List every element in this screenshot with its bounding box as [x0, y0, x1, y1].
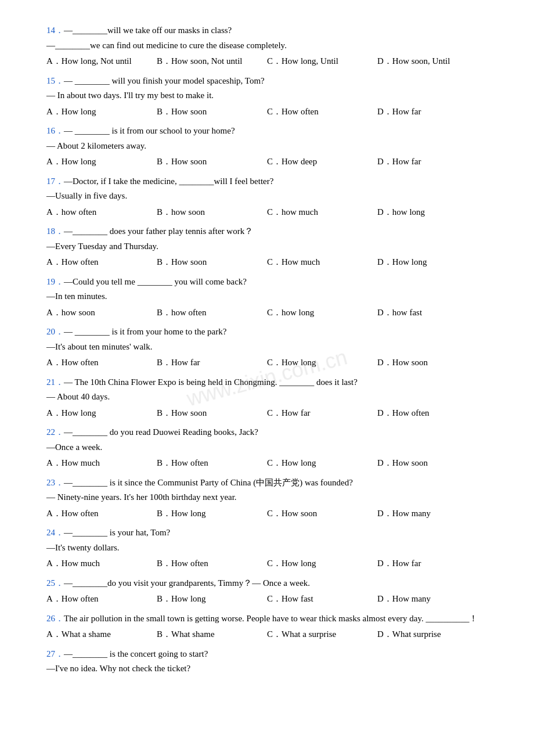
question-block-19: 19．—Could you tell me ________ you will …: [46, 275, 488, 321]
question-line-25-0: 25．—________do you visit your grandparen…: [46, 576, 488, 591]
question-line-21-1: — About 40 days.: [46, 390, 488, 405]
option-16-0: A．How long: [46, 154, 157, 170]
option-23-0: A．How often: [46, 506, 157, 521]
option-21-3: D．How often: [377, 406, 488, 421]
question-line-27-0: 27．—________ is the concert going to sta…: [46, 647, 488, 662]
question-line-23-0: 23．—________ is it since the Communist P…: [46, 476, 488, 491]
question-block-21: 21．— The 10th China Flower Expo is being…: [46, 375, 488, 421]
question-line-24-1: —It's twenty dollars.: [46, 541, 488, 556]
option-19-3: D．how fast: [377, 305, 488, 321]
option-18-2: C．How much: [267, 255, 377, 270]
question-block-16: 16．— ________ is it from our school to y…: [46, 124, 488, 170]
question-block-25: 25．—________do you visit your grandparen…: [46, 576, 488, 607]
question-block-20: 20．— ________ is it from your home to th…: [46, 325, 488, 370]
question-line-23-1: — Ninety-nine years. It's her 100th birt…: [46, 490, 488, 505]
option-19-1: B．how often: [157, 305, 267, 321]
question-number-22: 22．: [46, 427, 64, 437]
question-block-22: 22．—________ do you read Duowei Reading …: [46, 425, 488, 471]
question-number-17: 17．: [46, 177, 64, 186]
option-26-2: C．What a surprise: [267, 627, 377, 642]
question-line-15-1: — In about two days. I'll try my best to…: [46, 88, 488, 103]
option-15-2: C．How often: [267, 105, 377, 120]
question-number-20: 20．: [46, 327, 64, 336]
options-line-21: A．How longB．How soonC．How farD．How often: [46, 406, 488, 421]
options-line-24: A．How muchB．How oftenC．How longD．How far: [46, 556, 488, 571]
question-block-17: 17．—Doctor, if I take the medicine, ____…: [46, 174, 488, 220]
option-24-0: A．How much: [46, 556, 157, 571]
options-line-20: A．How oftenB．How farC．How longD．How soon: [46, 355, 488, 370]
question-number-25: 25．: [46, 578, 64, 588]
options-line-22: A．How muchB．How oftenC．How longD．How soo…: [46, 456, 488, 471]
question-number-26: 26．: [46, 614, 64, 623]
option-15-3: D．How far: [377, 105, 488, 120]
option-21-2: C．How far: [267, 406, 377, 421]
question-number-27: 27．: [46, 649, 64, 658]
question-line-18-1: —Every Tuesday and Thursday.: [46, 239, 488, 254]
question-line-18-0: 18．—________ does your father play tenni…: [46, 224, 488, 239]
option-16-2: C．How deep: [267, 154, 377, 170]
option-14-2: C．How long, Until: [267, 54, 377, 69]
question-line-20-0: 20．— ________ is it from your home to th…: [46, 325, 488, 340]
options-line-23: A．How oftenB．How longC．How soonD．How man…: [46, 506, 488, 521]
question-line-14-1: —________we can find out medicine to cur…: [46, 38, 488, 53]
question-number-16: 16．: [46, 126, 64, 135]
question-line-27-1: —I've no idea. Why not check the ticket?: [46, 661, 488, 676]
options-line-25: A．How oftenB．How longC．How fastD．How man…: [46, 592, 488, 607]
question-line-22-0: 22．—________ do you read Duowei Reading …: [46, 425, 488, 440]
options-line-19: A．how soonB．how oftenC．how longD．how fas…: [46, 305, 488, 321]
option-19-0: A．how soon: [46, 305, 157, 321]
option-18-1: B．How soon: [157, 255, 267, 270]
question-line-20-1: —It's about ten minutes' walk.: [46, 340, 488, 355]
option-22-0: A．How much: [46, 456, 157, 471]
option-25-3: D．How many: [377, 592, 488, 607]
option-18-0: A．How often: [46, 255, 157, 270]
question-line-17-1: —Usually in five days.: [46, 189, 488, 204]
option-23-1: B．How long: [157, 506, 267, 521]
question-number-19: 19．: [46, 277, 64, 286]
option-16-3: D．How far: [377, 154, 488, 170]
question-number-23: 23．: [46, 478, 64, 487]
question-block-15: 15．— ________ will you finish your model…: [46, 74, 488, 120]
question-line-19-1: —In ten minutes.: [46, 289, 488, 304]
option-21-0: A．How long: [46, 406, 157, 421]
question-line-19-0: 19．—Could you tell me ________ you will …: [46, 275, 488, 290]
option-22-3: D．How soon: [377, 456, 488, 471]
question-line-16-0: 16．— ________ is it from our school to y…: [46, 124, 488, 139]
question-line-24-0: 24．—________ is your hat, Tom?: [46, 525, 488, 541]
question-number-15: 15．: [46, 76, 64, 85]
option-24-1: B．How often: [157, 556, 267, 571]
option-24-3: D．How far: [377, 556, 488, 571]
option-15-0: A．How long: [46, 105, 157, 120]
options-line-17: A．how oftenB．how soonC．how muchD．how lon…: [46, 205, 488, 220]
question-line-22-1: —Once a week.: [46, 440, 488, 455]
option-17-2: C．how much: [267, 205, 377, 220]
option-24-2: C．How long: [267, 556, 377, 571]
content: 14．—________will we take off our masks i…: [46, 23, 488, 676]
options-line-16: A．How longB．How soonC．How deepD．How far: [46, 154, 488, 170]
question-line-17-0: 17．—Doctor, if I take the medicine, ____…: [46, 174, 488, 189]
option-26-3: D．What surprise: [377, 627, 488, 642]
option-17-1: B．how soon: [157, 205, 267, 220]
question-number-21: 21．: [46, 377, 64, 387]
option-26-0: A．What a shame: [46, 627, 157, 642]
option-22-1: B．How often: [157, 456, 267, 471]
option-19-2: C．how long: [267, 305, 377, 321]
option-23-2: C．How soon: [267, 506, 377, 521]
option-25-1: B．How long: [157, 592, 267, 607]
options-line-26: A．What a shameB．What shameC．What a surpr…: [46, 627, 488, 642]
question-number-18: 18．: [46, 226, 64, 236]
question-block-18: 18．—________ does your father play tenni…: [46, 224, 488, 270]
option-17-3: D．how long: [377, 205, 488, 220]
question-block-26: 26．The air pollution in the small town i…: [46, 611, 488, 642]
option-14-3: D．How soon, Until: [377, 54, 488, 69]
question-line-14-0: 14．—________will we take off our masks i…: [46, 23, 488, 38]
options-line-18: A．How oftenB．How soonC．How muchD．How lon…: [46, 255, 488, 270]
question-block-24: 24．—________ is your hat, Tom?—It's twen…: [46, 525, 488, 571]
option-20-1: B．How far: [157, 355, 267, 370]
question-line-15-0: 15．— ________ will you finish your model…: [46, 74, 488, 89]
options-line-14: A．How long, Not untilB．How soon, Not unt…: [46, 54, 488, 69]
question-block-23: 23．—________ is it since the Communist P…: [46, 476, 488, 521]
question-number-14: 14．: [46, 26, 64, 35]
question-line-16-1: — About 2 kilometers away.: [46, 139, 488, 154]
option-25-0: A．How often: [46, 592, 157, 607]
